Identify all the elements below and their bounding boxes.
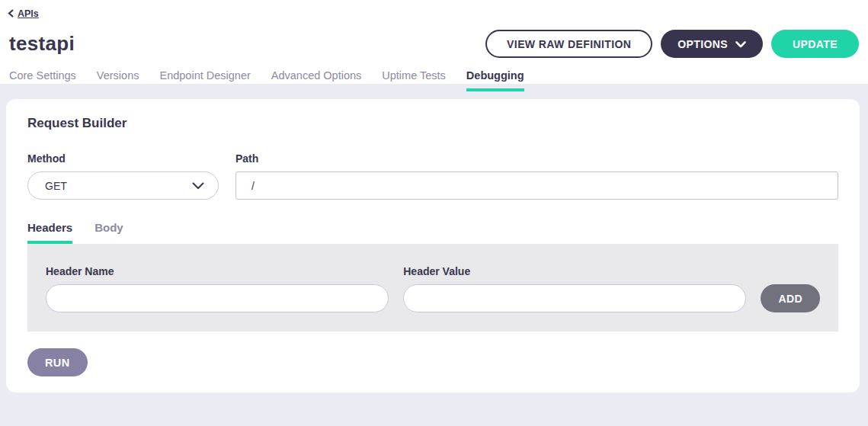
header-value-group: Header Value: [403, 265, 746, 312]
tab-versions[interactable]: Versions: [97, 69, 139, 91]
request-builder-card: Request Builder Method GET Path Headers …: [6, 99, 860, 392]
method-group: Method GET: [27, 152, 219, 200]
method-select-value: GET: [45, 180, 67, 192]
options-button-label: OPTIONS: [677, 38, 728, 50]
tab-debugging[interactable]: Debugging: [466, 69, 524, 91]
run-button[interactable]: RUN: [27, 348, 88, 376]
update-button[interactable]: UPDATE: [771, 30, 859, 58]
tab-advanced-options[interactable]: Advanced Options: [271, 69, 362, 91]
header-name-label: Header Name: [46, 265, 389, 277]
view-raw-definition-button[interactable]: VIEW RAW DEFINITION: [485, 30, 652, 58]
breadcrumb-apis-link[interactable]: APIs: [8, 8, 39, 19]
chevron-down-icon: [192, 180, 204, 192]
method-label: Method: [27, 152, 219, 165]
tab-headers[interactable]: Headers: [27, 221, 72, 244]
method-select[interactable]: GET: [27, 171, 219, 200]
tab-uptime-tests[interactable]: Uptime Tests: [382, 69, 446, 91]
title-row: testapi VIEW RAW DEFINITION OPTIONS UPDA…: [8, 30, 859, 58]
options-button[interactable]: OPTIONS: [661, 30, 763, 58]
path-label: Path: [235, 152, 838, 165]
request-builder-title: Request Builder: [27, 116, 838, 131]
path-input[interactable]: [235, 171, 838, 200]
tab-body[interactable]: Body: [94, 221, 123, 244]
header-actions: VIEW RAW DEFINITION OPTIONS UPDATE: [485, 30, 859, 58]
main-area: Request Builder Method GET Path Headers …: [0, 84, 868, 392]
tab-core-settings[interactable]: Core Settings: [9, 69, 76, 91]
header-name-group: Header Name: [46, 265, 389, 312]
tab-endpoint-designer[interactable]: Endpoint Designer: [159, 69, 250, 91]
header-name-input[interactable]: [46, 284, 389, 312]
breadcrumb-label: APIs: [18, 8, 39, 19]
chevron-left-icon: [8, 9, 14, 18]
header-value-input[interactable]: [403, 284, 746, 312]
chevron-down-icon: [735, 38, 746, 50]
add-header-button[interactable]: ADD: [761, 284, 820, 312]
request-sub-tabs: Headers Body: [27, 221, 838, 244]
headers-panel: Header Name Header Value ADD: [27, 244, 838, 332]
header-value-label: Header Value: [403, 265, 746, 277]
page-title: testapi: [9, 32, 75, 56]
app-header: APIs testapi VIEW RAW DEFINITION OPTIONS…: [0, 0, 868, 84]
method-path-row: Method GET Path: [27, 152, 838, 200]
path-group: Path: [235, 152, 838, 200]
